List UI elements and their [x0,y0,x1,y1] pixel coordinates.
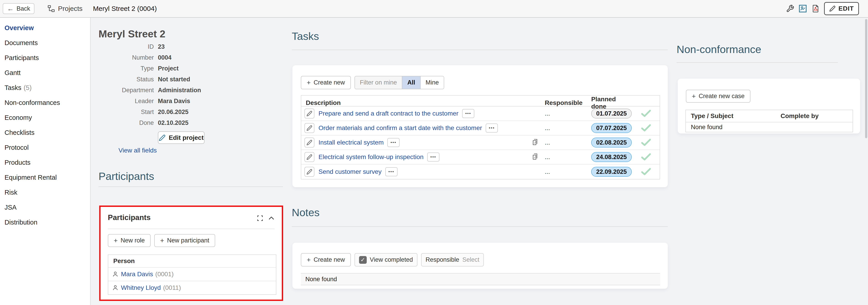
sidebar-item-jsa[interactable]: JSA [0,200,90,215]
planned-done-date[interactable]: 01.07.2025 [591,109,632,119]
edit-task-button[interactable] [304,123,314,133]
filter-all-button[interactable]: All [402,77,420,89]
edit-project-button[interactable]: Edit project [158,131,205,144]
task-link[interactable]: Order materials and confirm a start date… [318,124,482,132]
sidebar-item-equipment-rental[interactable]: Equipment Rental [0,170,90,185]
image-report-icon[interactable] [799,4,807,13]
task-more-button[interactable]: ••• [427,153,439,161]
edit-task-button[interactable] [304,138,314,148]
responsible-filter[interactable]: Responsible Select [421,253,484,267]
expand-icon[interactable] [256,215,264,222]
complete-task-check[interactable] [632,168,660,176]
notes-card: + Create new ✓ View completed Responsibl… [292,243,668,289]
create-new-note-button[interactable]: + Create new [301,253,351,267]
scrollbar-thumb[interactable] [865,19,867,138]
field-label: Number [98,52,154,63]
sidebar-item-distribution[interactable]: Distribution [0,215,90,230]
edit-task-button[interactable] [304,109,314,119]
task-link[interactable]: Electrical system follow-up inspection [318,153,424,161]
field-label: Department [98,85,154,96]
none-found-row: None found [301,273,660,285]
responsible-select-value[interactable]: Select [462,256,479,263]
plus-icon: + [692,93,696,100]
sidebar-item-participants[interactable]: Participants [0,50,90,65]
task-responsible[interactable]: ... [545,124,591,132]
task-link[interactable]: Prepare and send a draft contract to the… [318,110,459,117]
participant-row[interactable]: Mara Davis (0001) [108,267,276,281]
complete-task-check[interactable] [632,153,660,161]
field-value: 23 [158,41,201,52]
task-more-button[interactable]: ••• [388,138,400,147]
new-participant-button[interactable]: + New participant [154,234,215,247]
sidebar-item-label: Documents [4,39,38,47]
pencil-icon [307,140,312,146]
view-completed-toggle[interactable]: ✓ View completed [354,253,417,267]
participant-name-link[interactable]: Whitney Lloyd [121,284,161,292]
task-more-button[interactable]: ••• [462,109,474,118]
participants-table: Person Mara Davis (0001) Whitney Lloyd (… [108,254,276,295]
sidebar-item-overview[interactable]: Overview [0,21,90,35]
complete-task-check[interactable] [632,110,660,117]
complete-task-check[interactable] [632,124,660,132]
view-all-fields-link[interactable]: View all fields [119,147,157,154]
filter-on-mine-label: Filter on mine [355,77,402,89]
sidebar-item-economy[interactable]: Economy [0,110,90,125]
task-link[interactable]: Install electrical system [318,139,384,146]
sidebar-item-label: Gantt [4,69,21,77]
tasks-card: + Create new Filter on mine All Mine Des… [292,65,668,187]
sidebar-item-tasks[interactable]: Tasks(5) [0,80,90,95]
wrench-icon[interactable] [786,4,794,13]
complete-task-check[interactable] [632,139,660,146]
project-title: Meryl Street 2 [98,28,165,40]
sidebar-item-protocol[interactable]: Protocol [0,140,90,155]
participant-row[interactable]: Whitney Lloyd (0011) [108,281,276,294]
task-link[interactable]: Send customer survey [318,168,382,175]
planned-done-date[interactable]: 07.07.2025 [591,123,632,133]
checklist-copy-icon[interactable] [531,139,539,146]
task-more-button[interactable]: ••• [385,167,398,176]
planned-done-date[interactable]: 24.08.2025 [591,152,632,162]
checkmark-icon [641,153,651,161]
create-new-case-label: Create new case [699,93,745,100]
edit-task-button[interactable] [304,167,314,177]
participant-name-link[interactable]: Mara Davis [121,271,153,278]
sidebar-item-gantt[interactable]: Gantt [0,65,90,80]
planned-done-date[interactable]: 02.08.2025 [591,138,632,148]
field-value: Project [158,63,201,74]
create-new-case-button[interactable]: + Create new case [686,90,750,103]
app-breadcrumb[interactable]: Projects [47,4,83,13]
sidebar-item-label: Distribution [4,219,37,226]
checklist-copy-icon[interactable] [531,153,539,161]
view-completed-label: View completed [370,256,413,263]
task-responsible[interactable]: ... [545,168,591,175]
back-button[interactable]: ← Back [3,3,34,14]
sidebar-item-label: Risk [4,189,17,196]
sidebar-item-risk[interactable]: Risk [0,185,90,200]
person-column-header: Person [108,255,276,267]
topbar: ← Back Projects Meryl Street 2 (0004) [0,0,868,18]
create-new-task-label: Create new [314,79,345,86]
filter-mine-button[interactable]: Mine [420,77,444,89]
task-responsible[interactable]: ... [545,110,591,117]
field-value: 02.10.2025 [158,117,201,128]
sidebar-item-checklists[interactable]: Checklists [0,125,90,140]
create-new-task-button[interactable]: + Create new [301,76,351,89]
sidebar-item-products[interactable]: Products [0,155,90,170]
planned-done-date[interactable]: 22.09.2025 [591,167,632,177]
sidebar-item-documents[interactable]: Documents [0,35,90,50]
sidebar-item-label: Tasks [4,84,21,92]
participant-number: (0001) [155,271,174,278]
pdf-icon[interactable] [811,4,819,13]
sidebar-item-non-conformances[interactable]: Non-conformances [0,95,90,110]
edit-label: EDIT [839,5,854,12]
task-responsible[interactable]: ... [545,153,591,161]
task-responsible[interactable]: ... [545,139,591,146]
edit-task-button[interactable] [304,152,314,162]
participants-highlight-box: Participants + New role + New participan… [99,206,283,301]
task-more-button[interactable]: ••• [486,123,498,132]
checked-checkbox-icon[interactable]: ✓ [359,256,367,264]
edit-button[interactable]: EDIT [824,2,859,15]
new-role-button[interactable]: + New role [108,234,151,247]
tasks-count-badge: (5) [24,84,31,92]
chevron-up-icon[interactable] [268,215,275,222]
